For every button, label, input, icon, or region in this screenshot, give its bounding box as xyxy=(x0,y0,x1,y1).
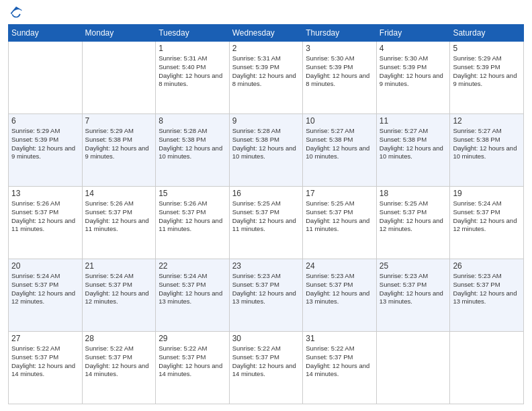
day-number: 25 xyxy=(380,261,447,271)
day-info: Sunrise: 5:29 AM Sunset: 5:39 PM Dayligh… xyxy=(453,54,521,89)
calendar-cell: 22Sunrise: 5:24 AM Sunset: 5:37 PM Dayli… xyxy=(156,259,230,332)
calendar-cell: 25Sunrise: 5:23 AM Sunset: 5:37 PM Dayli… xyxy=(376,259,450,332)
calendar-cell: 12Sunrise: 5:27 AM Sunset: 5:38 PM Dayli… xyxy=(450,114,524,187)
day-number: 13 xyxy=(11,189,79,198)
calendar-cell xyxy=(9,42,83,114)
day-info: Sunrise: 5:24 AM Sunset: 5:37 PM Dayligh… xyxy=(85,272,153,306)
calendar-cell: 7Sunrise: 5:29 AM Sunset: 5:38 PM Daylig… xyxy=(82,114,156,187)
calendar-cell: 15Sunrise: 5:26 AM Sunset: 5:37 PM Dayli… xyxy=(156,187,230,259)
calendar-cell: 20Sunrise: 5:24 AM Sunset: 5:37 PM Dayli… xyxy=(9,259,83,332)
day-info: Sunrise: 5:23 AM Sunset: 5:37 PM Dayligh… xyxy=(306,272,373,306)
day-info: Sunrise: 5:23 AM Sunset: 5:37 PM Dayligh… xyxy=(453,272,521,306)
calendar-cell: 6Sunrise: 5:29 AM Sunset: 5:39 PM Daylig… xyxy=(9,114,83,187)
day-info: Sunrise: 5:22 AM Sunset: 5:37 PM Dayligh… xyxy=(306,345,373,379)
day-number: 24 xyxy=(306,261,373,271)
calendar-week-3: 13Sunrise: 5:26 AM Sunset: 5:37 PM Dayli… xyxy=(9,187,524,259)
day-info: Sunrise: 5:30 AM Sunset: 5:39 PM Dayligh… xyxy=(306,54,373,89)
day-info: Sunrise: 5:22 AM Sunset: 5:37 PM Dayligh… xyxy=(11,345,79,379)
calendar-cell: 14Sunrise: 5:26 AM Sunset: 5:37 PM Dayli… xyxy=(82,187,156,259)
calendar-cell: 17Sunrise: 5:25 AM Sunset: 5:37 PM Dayli… xyxy=(303,187,377,259)
day-number: 9 xyxy=(232,116,300,126)
calendar-cell: 16Sunrise: 5:25 AM Sunset: 5:37 PM Dayli… xyxy=(229,187,303,259)
day-number: 15 xyxy=(159,189,226,198)
calendar-cell: 5Sunrise: 5:29 AM Sunset: 5:39 PM Daylig… xyxy=(450,42,524,114)
calendar-cell: 31Sunrise: 5:22 AM Sunset: 5:37 PM Dayli… xyxy=(303,332,377,404)
day-number: 26 xyxy=(453,261,521,271)
day-number: 14 xyxy=(85,189,153,198)
day-info: Sunrise: 5:24 AM Sunset: 5:37 PM Dayligh… xyxy=(159,272,226,306)
day-number: 19 xyxy=(453,189,521,198)
col-header-saturday: Saturday xyxy=(450,25,524,42)
day-number: 8 xyxy=(159,116,226,126)
day-info: Sunrise: 5:24 AM Sunset: 5:37 PM Dayligh… xyxy=(453,199,521,234)
day-number: 23 xyxy=(232,261,300,271)
day-number: 20 xyxy=(11,261,79,271)
calendar-cell xyxy=(376,332,450,404)
day-number: 3 xyxy=(306,44,373,53)
calendar-week-2: 6Sunrise: 5:29 AM Sunset: 5:39 PM Daylig… xyxy=(9,114,524,187)
day-number: 21 xyxy=(85,261,153,271)
day-info: Sunrise: 5:27 AM Sunset: 5:38 PM Dayligh… xyxy=(380,127,447,161)
col-header-sunday: Sunday xyxy=(9,25,83,42)
calendar-week-4: 20Sunrise: 5:24 AM Sunset: 5:37 PM Dayli… xyxy=(9,259,524,332)
day-info: Sunrise: 5:23 AM Sunset: 5:37 PM Dayligh… xyxy=(380,272,447,306)
day-number: 28 xyxy=(85,334,153,343)
day-info: Sunrise: 5:31 AM Sunset: 5:39 PM Dayligh… xyxy=(232,54,300,89)
calendar-cell: 30Sunrise: 5:22 AM Sunset: 5:37 PM Dayli… xyxy=(229,332,303,404)
calendar-cell: 3Sunrise: 5:30 AM Sunset: 5:39 PM Daylig… xyxy=(303,42,377,114)
day-info: Sunrise: 5:26 AM Sunset: 5:37 PM Dayligh… xyxy=(11,199,79,234)
calendar-cell: 28Sunrise: 5:22 AM Sunset: 5:37 PM Dayli… xyxy=(82,332,156,404)
col-header-thursday: Thursday xyxy=(303,25,377,42)
day-number: 11 xyxy=(380,116,447,126)
calendar-cell: 29Sunrise: 5:22 AM Sunset: 5:37 PM Dayli… xyxy=(156,332,230,404)
day-number: 10 xyxy=(306,116,373,126)
calendar-week-5: 27Sunrise: 5:22 AM Sunset: 5:37 PM Dayli… xyxy=(9,332,524,404)
calendar-cell: 1Sunrise: 5:31 AM Sunset: 5:40 PM Daylig… xyxy=(156,42,230,114)
logo xyxy=(8,7,23,19)
day-info: Sunrise: 5:22 AM Sunset: 5:37 PM Dayligh… xyxy=(159,345,226,379)
header xyxy=(8,7,524,19)
day-info: Sunrise: 5:26 AM Sunset: 5:37 PM Dayligh… xyxy=(85,199,153,234)
day-info: Sunrise: 5:28 AM Sunset: 5:38 PM Dayligh… xyxy=(159,127,226,161)
calendar-cell: 13Sunrise: 5:26 AM Sunset: 5:37 PM Dayli… xyxy=(9,187,83,259)
calendar-header-row: SundayMondayTuesdayWednesdayThursdayFrid… xyxy=(9,25,524,42)
day-info: Sunrise: 5:25 AM Sunset: 5:37 PM Dayligh… xyxy=(380,199,447,234)
day-info: Sunrise: 5:22 AM Sunset: 5:37 PM Dayligh… xyxy=(232,345,300,379)
day-number: 22 xyxy=(159,261,226,271)
calendar-cell: 4Sunrise: 5:30 AM Sunset: 5:39 PM Daylig… xyxy=(376,42,450,114)
day-number: 7 xyxy=(85,116,153,126)
day-number: 6 xyxy=(11,116,79,126)
day-info: Sunrise: 5:27 AM Sunset: 5:38 PM Dayligh… xyxy=(453,127,521,161)
calendar-week-1: 1Sunrise: 5:31 AM Sunset: 5:40 PM Daylig… xyxy=(9,42,524,114)
calendar-cell: 2Sunrise: 5:31 AM Sunset: 5:39 PM Daylig… xyxy=(229,42,303,114)
calendar-cell: 27Sunrise: 5:22 AM Sunset: 5:37 PM Dayli… xyxy=(9,332,83,404)
day-info: Sunrise: 5:29 AM Sunset: 5:38 PM Dayligh… xyxy=(85,127,153,161)
col-header-wednesday: Wednesday xyxy=(229,25,303,42)
day-number: 12 xyxy=(453,116,521,126)
calendar-cell: 21Sunrise: 5:24 AM Sunset: 5:37 PM Dayli… xyxy=(82,259,156,332)
calendar-cell: 24Sunrise: 5:23 AM Sunset: 5:37 PM Dayli… xyxy=(303,259,377,332)
day-number: 27 xyxy=(11,334,79,343)
day-number: 18 xyxy=(380,189,447,198)
calendar-cell: 18Sunrise: 5:25 AM Sunset: 5:37 PM Dayli… xyxy=(376,187,450,259)
calendar-cell: 8Sunrise: 5:28 AM Sunset: 5:38 PM Daylig… xyxy=(156,114,230,187)
day-info: Sunrise: 5:25 AM Sunset: 5:37 PM Dayligh… xyxy=(232,199,300,234)
calendar-table: SundayMondayTuesdayWednesdayThursdayFrid… xyxy=(8,24,524,404)
day-info: Sunrise: 5:25 AM Sunset: 5:37 PM Dayligh… xyxy=(306,199,373,234)
day-info: Sunrise: 5:30 AM Sunset: 5:39 PM Dayligh… xyxy=(380,54,447,89)
calendar-cell: 10Sunrise: 5:27 AM Sunset: 5:38 PM Dayli… xyxy=(303,114,377,187)
day-info: Sunrise: 5:29 AM Sunset: 5:39 PM Dayligh… xyxy=(11,127,79,161)
calendar-cell: 11Sunrise: 5:27 AM Sunset: 5:38 PM Dayli… xyxy=(376,114,450,187)
logo-icon xyxy=(9,5,23,19)
day-info: Sunrise: 5:23 AM Sunset: 5:37 PM Dayligh… xyxy=(232,272,300,306)
day-number: 1 xyxy=(159,44,226,53)
calendar-cell: 9Sunrise: 5:28 AM Sunset: 5:38 PM Daylig… xyxy=(229,114,303,187)
day-number: 16 xyxy=(232,189,300,198)
col-header-monday: Monday xyxy=(82,25,156,42)
day-info: Sunrise: 5:26 AM Sunset: 5:37 PM Dayligh… xyxy=(159,199,226,234)
col-header-friday: Friday xyxy=(376,25,450,42)
calendar-cell xyxy=(450,332,524,404)
day-info: Sunrise: 5:24 AM Sunset: 5:37 PM Dayligh… xyxy=(11,272,79,306)
day-number: 31 xyxy=(306,334,373,343)
col-header-tuesday: Tuesday xyxy=(156,25,230,42)
